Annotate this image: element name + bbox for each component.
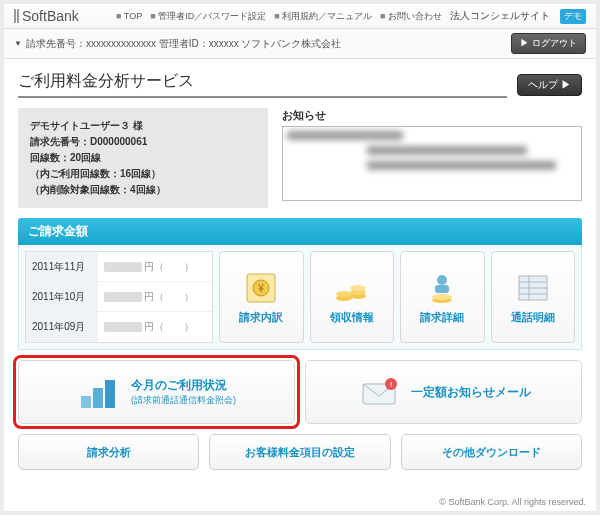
notice-box — [282, 126, 582, 201]
ledger-icon — [513, 270, 553, 306]
svg-rect-17 — [81, 396, 91, 408]
triangle-icon: ▼ — [14, 39, 22, 48]
svg-point-7 — [350, 285, 366, 291]
card-label: 領収情報 — [330, 310, 374, 325]
bill-area: 2011年11月円（ ） 2011年10月円（ ） 2011年09月円（ ） ¥… — [18, 245, 582, 350]
user-info-box: デモサイトユーザー３ 様 請求先番号：D000000061 回線数：20回線 （… — [18, 108, 268, 208]
bill-amount: 円（ ） — [98, 320, 212, 334]
svg-rect-18 — [93, 388, 103, 408]
bill-section-header: ご請求金額 — [18, 218, 582, 245]
billing-number: 請求先番号：D000000061 — [30, 136, 147, 147]
top-nav: TOP 管理者ID／パスワード設定 利用規約／マニュアル お問い合わせ 法人コン… — [116, 9, 586, 24]
bill-month: 2011年11月 — [26, 252, 98, 281]
wide-label: 今月のご利用状況 — [131, 377, 236, 394]
card-call-log[interactable]: 通話明細 — [491, 251, 576, 343]
mail-alert-icon: ! — [357, 372, 401, 412]
svg-point-4 — [336, 291, 352, 297]
page-title: ご利用料金分析サービス — [18, 71, 507, 98]
user-stack-icon — [422, 270, 462, 306]
active-lines: （内ご利用回線数：16回線） — [30, 168, 161, 179]
svg-rect-19 — [105, 380, 115, 408]
demo-badge: デモ — [560, 9, 586, 24]
card-label: 通話明細 — [511, 310, 555, 325]
nav-terms[interactable]: 利用規約／マニュアル — [274, 10, 372, 23]
help-button[interactable]: ヘルプ ▶ — [517, 74, 582, 96]
line-count: 回線数：20回線 — [30, 152, 101, 163]
bill-month: 2011年09月 — [26, 312, 98, 342]
coins-stack-icon — [332, 270, 372, 306]
coin-doc-icon: ¥ — [241, 270, 281, 306]
corp-site-label: 法人コンシェルサイト — [450, 9, 550, 23]
bill-month: 2011年10月 — [26, 282, 98, 311]
card-receipt-info[interactable]: 領収情報 — [310, 251, 395, 343]
svg-point-11 — [432, 294, 452, 300]
bill-row[interactable]: 2011年09月円（ ） — [26, 312, 212, 342]
billing-analysis-button[interactable]: 請求分析 — [18, 434, 199, 470]
user-name: デモサイトユーザー３ 様 — [30, 120, 143, 131]
bill-amount: 円（ ） — [98, 290, 212, 304]
footer-copyright: © SoftBank Corp. All rights reserved. — [439, 497, 586, 507]
svg-rect-9 — [435, 285, 449, 293]
other-download-button[interactable]: その他ダウンロード — [401, 434, 582, 470]
bill-row[interactable]: 2011年11月円（ ） — [26, 252, 212, 282]
brand-logo: SoftBank — [14, 8, 79, 24]
card-invoice-breakdown[interactable]: ¥ 請求内訳 — [219, 251, 304, 343]
notice-heading: お知らせ — [282, 108, 582, 123]
wide-sublabel: (請求前通話通信料金照会) — [131, 394, 236, 407]
brand-text: SoftBank — [22, 8, 79, 24]
account-info: 請求先番号：xxxxxxxxxxxxxx 管理者ID：xxxxxx ソフトバンク… — [26, 37, 342, 51]
current-usage-button[interactable]: 今月のご利用状況 (請求前通話通信料金照会) — [18, 360, 295, 424]
nav-contact[interactable]: お問い合わせ — [380, 10, 442, 23]
threshold-mail-button[interactable]: ! 一定額お知らせメール — [305, 360, 582, 424]
bill-row[interactable]: 2011年10月円（ ） — [26, 282, 212, 312]
deleted-lines: （内削除対象回線数：4回線） — [30, 184, 166, 195]
logout-button[interactable]: ▶ ログアウト — [511, 33, 586, 54]
nav-top[interactable]: TOP — [116, 11, 142, 21]
card-label: 請求内訳 — [239, 310, 283, 325]
brand-bars-icon — [14, 9, 19, 23]
nav-admin-id[interactable]: 管理者ID／パスワード設定 — [150, 10, 266, 23]
bill-list: 2011年11月円（ ） 2011年10月円（ ） 2011年09月円（ ） — [25, 251, 213, 343]
svg-text:!: ! — [389, 380, 391, 389]
breadcrumb: ▼請求先番号：xxxxxxxxxxxxxx 管理者ID：xxxxxx ソフトバン… — [14, 37, 341, 51]
svg-text:¥: ¥ — [257, 283, 264, 294]
card-invoice-detail[interactable]: 請求詳細 — [400, 251, 485, 343]
bar-chart-icon — [77, 372, 121, 412]
wide-label: 一定額お知らせメール — [411, 384, 531, 401]
svg-point-8 — [437, 275, 447, 285]
bill-amount: 円（ ） — [98, 260, 212, 274]
card-label: 請求詳細 — [420, 310, 464, 325]
customer-fee-settings-button[interactable]: お客様料金項目の設定 — [209, 434, 390, 470]
